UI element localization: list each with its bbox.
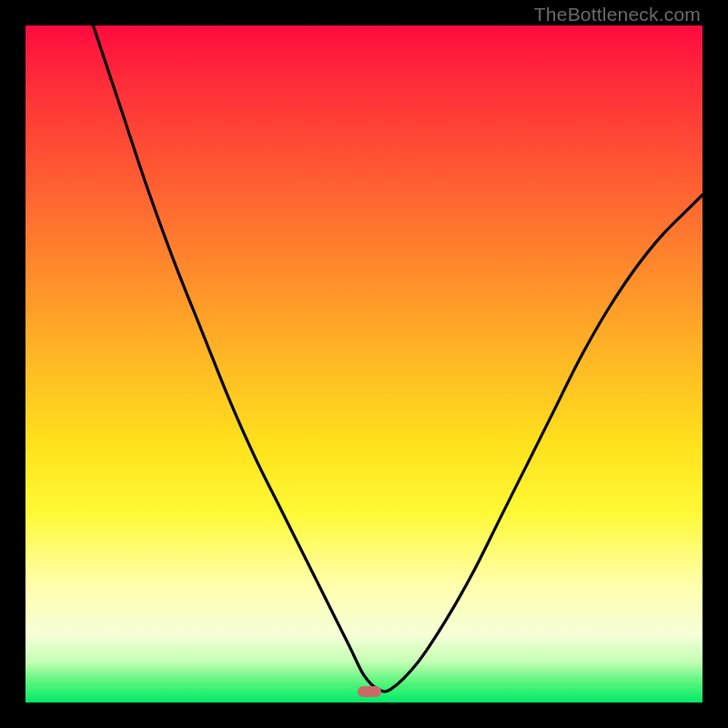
watermark-text: TheBottleneck.com <box>534 4 701 25</box>
plot-area <box>25 25 703 703</box>
optimal-point-marker <box>358 686 381 697</box>
bottleneck-curve <box>25 25 703 703</box>
chart-frame: TheBottleneck.com <box>0 0 728 728</box>
